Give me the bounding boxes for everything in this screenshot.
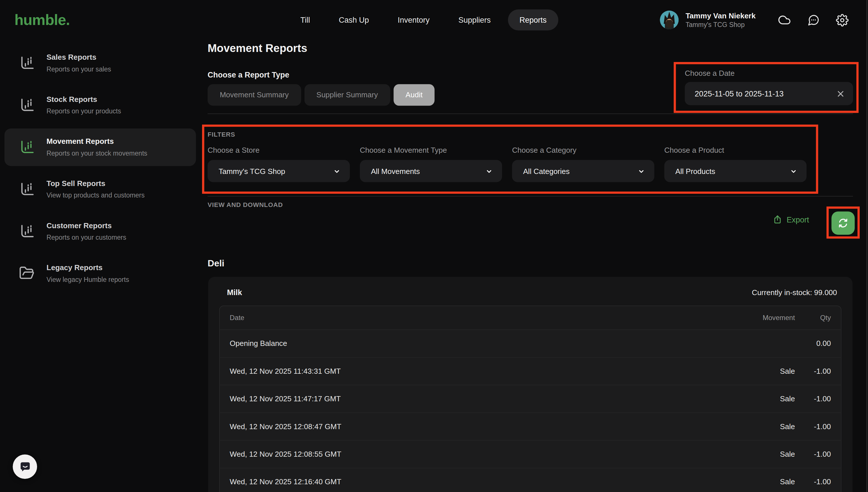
bar-chart-icon (19, 55, 35, 72)
row-date: Opening Balance (230, 339, 728, 348)
movements-table: Date Movement Qty Opening Balance 0.00 W… (219, 306, 842, 492)
product-card: Milk Currently in-stock: 99.000 Date Mov… (208, 277, 852, 492)
table-row: Opening Balance 0.00 (220, 329, 841, 357)
sidebar-item-subtitle: Reports on your products (47, 107, 121, 116)
filter-row: Choose a Store Tammy's TCG Shop Choose a… (207, 146, 816, 182)
export-icon (773, 215, 782, 224)
sidebar-item-text: Customer Reports Reports on your custome… (47, 221, 126, 242)
filter-select[interactable]: All Products (664, 160, 807, 182)
sidebar-item-title: Top Sell Reports (47, 179, 145, 189)
sidebar-item[interactable]: Stock Reports Reports on your products (4, 87, 196, 124)
nav-item[interactable]: Cash Up (327, 9, 380, 30)
user-cluster: Tammy Van Niekerk Tammy's TCG Shop (660, 0, 849, 40)
table-row: Wed, 12 Nov 2025 12:08:47 GMT Sale -1.00 (220, 413, 841, 440)
category-title: Deli (207, 258, 224, 269)
date-range-input[interactable]: 2025-11-05 to 2025-11-13 (685, 82, 853, 105)
product-name: Milk (227, 288, 242, 297)
refresh-icon (837, 217, 849, 229)
report-type-row: Movement SummarySupplier SummaryAudit (207, 84, 435, 106)
report-type-label: Choose a Report Type (207, 70, 289, 79)
filter-select[interactable]: All Categories (512, 160, 654, 182)
filter-field: Choose a Product All Products (664, 146, 807, 182)
user-text: Tammy Van Niekerk Tammy's TCG Shop (686, 11, 755, 29)
sidebar: Sales Reports Reports on your sales Stoc… (0, 40, 199, 492)
sidebar-item[interactable]: Legacy Reports View legacy Humble report… (4, 254, 196, 292)
export-label: Export (787, 215, 809, 224)
refresh-annotation (826, 206, 860, 239)
sidebar-item[interactable]: Sales Reports Reports on your sales (4, 44, 196, 82)
row-qty: -1.00 (795, 367, 831, 375)
top-bar: humble. TillCash UpInventorySuppliersRep… (0, 0, 868, 40)
main-nav: TillCash UpInventorySuppliersReports (289, 9, 558, 30)
report-type-button[interactable]: Audit (393, 84, 435, 106)
filter-select[interactable]: All Movements (360, 160, 502, 182)
row-movement: Sale (728, 367, 795, 375)
sidebar-item-title: Customer Reports (47, 221, 126, 231)
sidebar-item-title: Movement Reports (47, 137, 147, 147)
sidebar-item-text: Movement Reports Reports on your stock m… (47, 137, 147, 157)
sidebar-item-text: Sales Reports Reports on your sales (47, 52, 111, 73)
bar-chart-icon (19, 181, 35, 198)
product-card-header: Milk Currently in-stock: 99.000 (208, 277, 852, 305)
row-date: Wed, 12 Nov 2025 12:08:47 GMT (230, 422, 728, 430)
sidebar-item-subtitle: Reports on your customers (47, 233, 126, 242)
table-row: Wed, 12 Nov 2025 11:43:31 GMT Sale -1.00 (220, 357, 841, 385)
sidebar-item-title: Legacy Reports (47, 263, 129, 273)
row-movement: Sale (728, 450, 795, 459)
bar-chart-icon (19, 97, 35, 114)
settings-gear-icon[interactable] (836, 14, 848, 26)
bar-chart-icon (19, 223, 35, 240)
table-row: Wed, 12 Nov 2025 12:08:55 GMT Sale -1.00 (220, 440, 841, 468)
table-header: Date Movement Qty (220, 306, 841, 329)
row-qty: 0.00 (795, 339, 831, 348)
scrollbar-track[interactable] (866, 0, 867, 492)
chevron-down-icon (333, 167, 341, 175)
row-date: Wed, 12 Nov 2025 12:08:55 GMT (230, 450, 728, 459)
sidebar-item-subtitle: View top products and customers (47, 192, 145, 200)
folder-open-icon (19, 265, 35, 282)
filter-select[interactable]: Tammy's TCG Shop (207, 160, 350, 182)
nav-item[interactable]: Inventory (386, 9, 441, 30)
row-date: Wed, 12 Nov 2025 12:16:40 GMT (230, 478, 728, 486)
report-type-button[interactable]: Movement Summary (207, 84, 301, 106)
cloud-sync-icon[interactable] (778, 13, 791, 26)
row-qty: -1.00 (795, 450, 831, 459)
sidebar-item[interactable]: Top Sell Reports View top products and c… (4, 171, 196, 208)
avatar[interactable] (660, 10, 679, 29)
column-date: Date (230, 314, 728, 321)
user-store: Tammy's TCG Shop (686, 21, 755, 29)
filter-select-value: All Categories (523, 167, 569, 175)
row-qty: -1.00 (795, 422, 831, 430)
sidebar-item-subtitle: Reports on your stock movements (47, 150, 147, 158)
support-chat-bubble[interactable] (13, 454, 37, 479)
divider (207, 196, 853, 197)
nav-item[interactable]: Reports (508, 9, 558, 30)
app-window: humble. TillCash UpInventorySuppliersRep… (0, 0, 868, 492)
report-type-button[interactable]: Supplier Summary (304, 84, 390, 106)
divider (207, 114, 853, 114)
sidebar-item-text: Legacy Reports View legacy Humble report… (47, 263, 129, 284)
filters-section-label: FILTERS (207, 131, 816, 138)
export-button[interactable]: Export (773, 215, 809, 224)
nav-item[interactable]: Suppliers (447, 9, 502, 30)
row-date: Wed, 12 Nov 2025 11:43:31 GMT (230, 367, 728, 375)
nav-item[interactable]: Till (289, 9, 322, 30)
row-movement: Sale (728, 422, 795, 430)
refresh-button[interactable] (832, 212, 855, 235)
sidebar-item-subtitle: Reports on your sales (47, 66, 111, 74)
chevron-down-icon (789, 167, 798, 175)
filter-field: Choose a Store Tammy's TCG Shop (207, 146, 350, 182)
filter-select-value: Tammy's TCG Shop (219, 167, 285, 175)
row-qty: -1.00 (795, 478, 831, 486)
sidebar-item[interactable]: Customer Reports Reports on your custome… (4, 213, 196, 250)
filter-field: Choose a Movement Type All Movements (360, 146, 502, 182)
clear-date-icon[interactable] (836, 89, 845, 98)
row-movement: Sale (728, 478, 795, 486)
sidebar-item[interactable]: Movement Reports Reports on your stock m… (4, 128, 196, 166)
row-qty: -1.00 (795, 395, 831, 403)
view-download-label: VIEW AND DOWNLOAD (207, 201, 283, 208)
sidebar-item-text: Top Sell Reports View top products and c… (47, 179, 145, 200)
filter-label: Choose a Store (207, 146, 350, 154)
stock-label: Currently in-stock: 99.000 (752, 288, 837, 297)
chat-icon[interactable] (807, 14, 820, 26)
